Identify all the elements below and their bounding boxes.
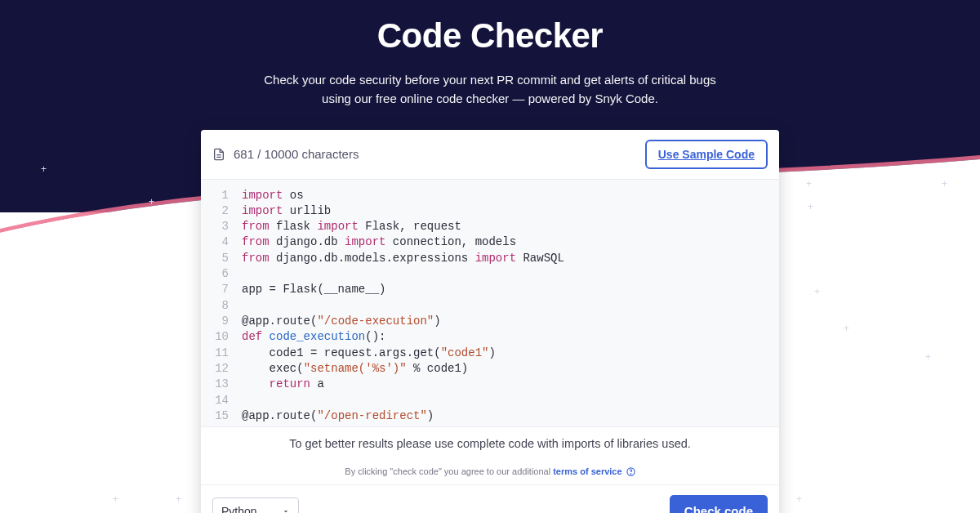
code-checker-card: 681 / 10000 characters Use Sample Code 1… — [201, 130, 779, 514]
chevron-down-icon — [282, 505, 290, 513]
page-title: Code Checker — [0, 16, 980, 56]
help-icon[interactable] — [626, 467, 635, 476]
char-count: 681 / 10000 characters — [234, 147, 359, 161]
svg-point-3 — [630, 474, 631, 475]
language-select[interactable]: Python — [212, 497, 299, 513]
document-icon — [212, 148, 225, 161]
page-subtitle: Check your code security before your nex… — [0, 70, 980, 109]
terms-text: By clicking "check code" you agree to ou… — [201, 460, 779, 486]
hint-text: To get better results please use complet… — [201, 426, 779, 460]
code-editor[interactable]: 123456789101112131415 import osimport ur… — [201, 180, 779, 426]
check-code-button[interactable]: Check code — [670, 495, 768, 513]
use-sample-code-button[interactable]: Use Sample Code — [645, 140, 768, 169]
terms-of-service-link[interactable]: terms of service — [553, 466, 621, 476]
